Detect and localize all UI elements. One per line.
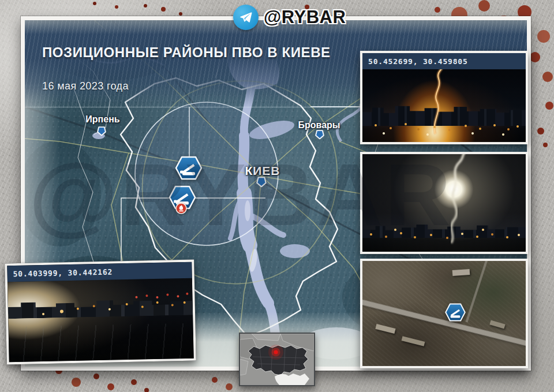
channel-badge: @RYBAR xyxy=(233,5,346,30)
sam-launcher-icon-1 xyxy=(175,156,203,182)
city-pin-irpin xyxy=(97,126,107,139)
city-skyline-silhouette xyxy=(8,297,193,319)
building-block xyxy=(489,320,505,328)
city-label-kyiv: КИЕВ xyxy=(245,164,280,178)
satellite-photo xyxy=(362,261,526,366)
building-block xyxy=(375,324,395,334)
inset-leader-line xyxy=(310,106,365,107)
railway-foreground xyxy=(9,323,194,362)
city-lights xyxy=(8,282,9,283)
building-block xyxy=(452,269,470,276)
night-launch-photo xyxy=(362,69,526,142)
ukraine-locator-map xyxy=(239,333,315,386)
inset-photo-launch: 50.452699, 30.459805 xyxy=(360,51,528,144)
telegram-icon xyxy=(233,5,259,30)
rocket-trail xyxy=(362,69,526,142)
coords-text: 50.403999, 30.442162 xyxy=(13,267,113,278)
city-label-brovary: Бровары xyxy=(298,120,340,130)
inset-satellite xyxy=(360,259,528,368)
city-pin-brovary xyxy=(315,130,325,142)
building-block xyxy=(402,336,425,346)
strike-badge-icon xyxy=(175,203,188,217)
date-label: 16 мая 2023 года xyxy=(42,80,129,92)
sam-launcher-icon-satellite xyxy=(445,303,466,324)
inset-photo-glow: 50.403999, 30.442162 xyxy=(5,260,196,365)
ukraine-map-svg xyxy=(240,334,314,385)
night-glow-photo xyxy=(8,278,194,363)
page-title: ПОЗИЦИОННЫЕ РАЙОНЫ ПВО В КИЕВЕ xyxy=(42,44,331,61)
city-lights xyxy=(362,69,364,70)
city-label-irpin: Ирпень xyxy=(85,114,119,125)
smoke-trail xyxy=(362,154,526,252)
city-lights xyxy=(362,154,364,155)
red-splatter-dots xyxy=(0,0,1,1)
coords-text: 50.452699, 30.459805 xyxy=(368,57,468,66)
inset-photo-flare xyxy=(360,152,528,254)
channel-handle: @RYBAR xyxy=(264,7,346,28)
night-flare-photo xyxy=(362,154,526,252)
kyiv-highlight-dot xyxy=(274,350,278,354)
coords-label-top-right: 50.452699, 30.459805 xyxy=(362,53,526,69)
infographic-root: { "channel": { "handle": "@RYBAR", "icon… xyxy=(0,0,554,392)
city-pin-kyiv xyxy=(256,177,267,190)
